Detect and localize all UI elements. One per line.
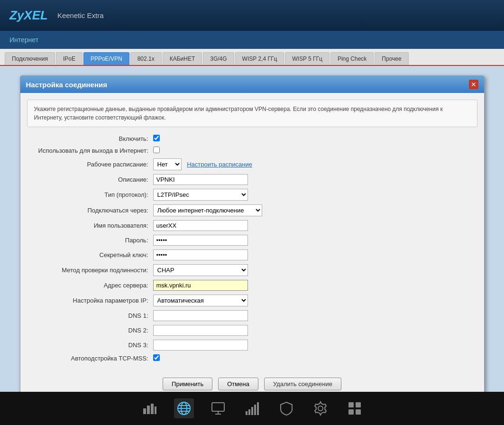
row-auth-method: Метод проверки подлинности: CHAP PAP MS-… bbox=[30, 264, 475, 276]
control-internet bbox=[153, 147, 160, 155]
input-password[interactable] bbox=[153, 235, 248, 246]
row-schedule: Рабочее расписание: Нет Настроить распис… bbox=[30, 158, 475, 170]
svg-rect-0 bbox=[143, 408, 146, 414]
control-auth-method: CHAP PAP MS-CHAP bbox=[153, 264, 248, 276]
input-server[interactable] bbox=[153, 280, 248, 291]
row-enable: Включить: bbox=[30, 135, 475, 143]
control-dns3 bbox=[153, 340, 248, 351]
control-connect-via: Любое интернет-подключение bbox=[153, 204, 262, 216]
taskbar-computer-icon[interactable] bbox=[208, 398, 228, 418]
tab-pppoe-vpn[interactable]: PPPoE/VPN bbox=[83, 52, 129, 65]
dialog-connection-settings: Настройка соединения ✕ Укажите регистрац… bbox=[20, 75, 485, 398]
row-dns2: DNS 2: bbox=[30, 325, 475, 336]
label-username: Имя пользователя: bbox=[30, 222, 153, 229]
label-auth-method: Метод проверки подлинности: bbox=[30, 267, 153, 274]
form-area: Включить: Использовать для выхода в Инте… bbox=[20, 132, 484, 373]
product-name: Keenetic Extra bbox=[57, 11, 104, 19]
row-description: Описание: bbox=[30, 174, 475, 185]
cancel-button[interactable]: Отмена bbox=[218, 378, 258, 390]
taskbar-gear-icon[interactable] bbox=[311, 398, 330, 418]
close-button[interactable]: ✕ bbox=[469, 80, 478, 89]
svg-rect-14 bbox=[251, 407, 253, 415]
svg-rect-15 bbox=[254, 405, 256, 415]
label-description: Описание: bbox=[30, 176, 153, 183]
label-dns3: DNS 3: bbox=[30, 342, 153, 349]
control-server bbox=[153, 280, 248, 291]
main-content: Настройка соединения ✕ Укажите регистрац… bbox=[0, 66, 504, 392]
label-enable: Включить: bbox=[30, 135, 153, 142]
label-schedule: Рабочее расписание: bbox=[30, 161, 153, 168]
tab-connections[interactable]: Подключения bbox=[5, 52, 55, 65]
taskbar-signal-icon[interactable] bbox=[242, 398, 262, 418]
row-server: Адрес сервера: bbox=[30, 280, 475, 291]
link-configure-schedule[interactable]: Настроить расписание bbox=[187, 161, 252, 168]
select-ip-settings[interactable]: Автоматическая Ручная bbox=[153, 295, 248, 306]
checkbox-internet[interactable] bbox=[153, 147, 160, 153]
dialog-title: Настройка соединения bbox=[26, 81, 107, 89]
input-dns3[interactable] bbox=[153, 340, 248, 351]
tab-pingcheck[interactable]: Ping Check bbox=[330, 52, 374, 65]
tab-wisp24[interactable]: WISP 2,4 ГГц bbox=[235, 52, 284, 65]
taskbar-chart-icon[interactable] bbox=[140, 398, 160, 418]
row-dns3: DNS 3: bbox=[30, 340, 475, 351]
label-tcp-mss: Автоподстройка TCP-MSS: bbox=[30, 355, 153, 362]
tab-3g4g[interactable]: 3G/4G bbox=[203, 52, 234, 65]
dialog-titlebar: Настройка соединения ✕ bbox=[20, 76, 484, 93]
tab-kabinet[interactable]: КАБиНЕТ bbox=[163, 52, 202, 65]
label-secret: Секретный ключ: bbox=[30, 251, 153, 259]
label-dns1: DNS 1: bbox=[30, 312, 153, 319]
apply-button[interactable]: Применить bbox=[163, 378, 212, 390]
taskbar-globe-icon[interactable] bbox=[174, 398, 194, 418]
svg-rect-18 bbox=[348, 402, 354, 407]
tab-ipoe[interactable]: IPoE bbox=[56, 52, 82, 65]
input-secret[interactable] bbox=[153, 249, 248, 260]
control-dns1 bbox=[153, 310, 248, 321]
select-connection[interactable]: Любое интернет-подключение bbox=[153, 204, 262, 216]
svg-point-17 bbox=[318, 406, 323, 411]
row-type: Тип (протокол): L2TP/IPsec PPTP L2TP bbox=[30, 189, 475, 201]
tab-wisp5[interactable]: WISP 5 ГГц bbox=[285, 52, 330, 65]
control-password bbox=[153, 235, 248, 246]
select-schedule[interactable]: Нет bbox=[153, 158, 182, 170]
label-type: Тип (протокол): bbox=[30, 191, 153, 198]
svg-rect-20 bbox=[348, 409, 354, 415]
svg-rect-21 bbox=[356, 409, 361, 415]
control-dns2 bbox=[153, 325, 248, 336]
svg-rect-16 bbox=[257, 402, 259, 415]
label-ip-settings: Настройка параметров IP: bbox=[30, 297, 153, 304]
control-type: L2TP/IPsec PPTP L2TP bbox=[153, 189, 248, 201]
row-password: Пароль: bbox=[30, 235, 475, 246]
tab-8021x[interactable]: 802.1x bbox=[130, 52, 162, 65]
taskbar bbox=[0, 392, 504, 425]
control-description bbox=[153, 174, 248, 185]
row-connect-via: Подключаться через: Любое интернет-подкл… bbox=[30, 204, 475, 216]
breadcrumb: Интернет bbox=[0, 31, 504, 49]
row-dns1: DNS 1: bbox=[30, 310, 475, 321]
svg-rect-19 bbox=[356, 402, 361, 407]
svg-rect-1 bbox=[147, 406, 150, 414]
taskbar-grid-icon[interactable] bbox=[345, 398, 365, 418]
control-schedule: Нет Настроить расписание bbox=[153, 158, 252, 170]
checkbox-enable[interactable] bbox=[153, 135, 160, 141]
input-dns1[interactable] bbox=[153, 310, 248, 321]
label-internet: Использовать для выхода в Интернет: bbox=[30, 147, 153, 154]
input-description[interactable] bbox=[153, 174, 248, 185]
select-protocol[interactable]: L2TP/IPsec PPTP L2TP bbox=[153, 189, 248, 201]
taskbar-shield-icon[interactable] bbox=[276, 398, 296, 418]
control-enable bbox=[153, 135, 160, 143]
svg-rect-3 bbox=[155, 407, 156, 414]
label-server: Адрес сервера: bbox=[30, 282, 153, 289]
control-secret bbox=[153, 249, 248, 260]
info-box: Укажите регистрационные данные, выданные… bbox=[27, 100, 477, 127]
control-tcp-mss bbox=[153, 354, 160, 362]
input-username[interactable] bbox=[153, 220, 248, 231]
select-auth-method[interactable]: CHAP PAP MS-CHAP bbox=[153, 264, 248, 276]
delete-button[interactable]: Удалить соединение bbox=[264, 378, 341, 390]
label-connect-via: Подключаться через: bbox=[30, 207, 153, 214]
label-dns2: DNS 2: bbox=[30, 327, 153, 334]
label-password: Пароль: bbox=[30, 237, 153, 244]
input-dns2[interactable] bbox=[153, 325, 248, 336]
tab-other[interactable]: Прочее bbox=[375, 52, 408, 65]
checkbox-tcp-mss[interactable] bbox=[153, 354, 160, 361]
control-username bbox=[153, 220, 248, 231]
